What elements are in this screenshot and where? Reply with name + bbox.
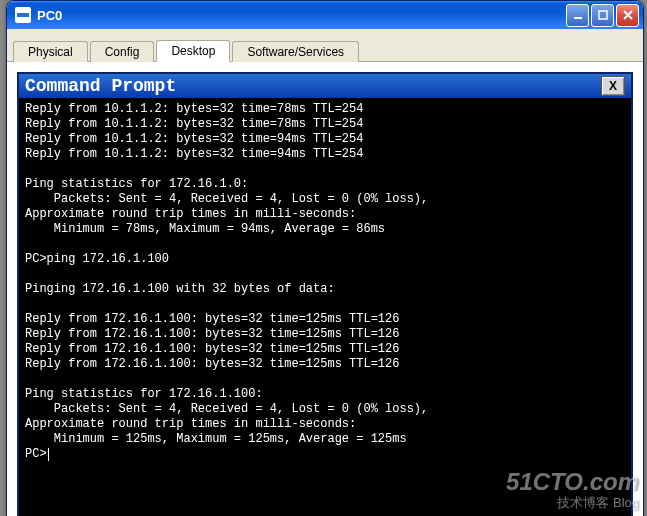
window-title: PC0 [37, 8, 566, 23]
tab-bar: Physical Config Desktop Software/Service… [7, 29, 643, 62]
command-prompt-close-button[interactable]: X [601, 76, 625, 96]
tab-software-services[interactable]: Software/Services [232, 41, 359, 62]
minimize-icon [572, 9, 584, 21]
close-button[interactable] [616, 4, 639, 27]
tab-config[interactable]: Config [90, 41, 155, 62]
close-icon [622, 9, 634, 21]
maximize-icon [597, 9, 609, 21]
command-prompt-title: Command Prompt [25, 76, 176, 96]
svg-rect-0 [574, 17, 582, 19]
tab-physical[interactable]: Physical [13, 41, 88, 62]
tab-desktop[interactable]: Desktop [156, 40, 230, 62]
svg-rect-1 [599, 11, 607, 19]
terminal-prompt: PC> [25, 447, 47, 461]
titlebar[interactable]: PC0 [7, 1, 643, 29]
terminal-output[interactable]: Reply from 10.1.1.2: bytes=32 time=78ms … [19, 98, 631, 516]
window-controls [566, 4, 639, 27]
minimize-button[interactable] [566, 4, 589, 27]
content-area: Command Prompt X Reply from 10.1.1.2: by… [7, 62, 643, 516]
app-icon [15, 7, 31, 23]
app-window: PC0 Physical Config Desktop Software/Ser… [6, 0, 644, 516]
terminal-text: Reply from 10.1.1.2: bytes=32 time=78ms … [25, 102, 428, 446]
command-prompt-window: Command Prompt X Reply from 10.1.1.2: by… [17, 72, 633, 516]
command-prompt-titlebar[interactable]: Command Prompt X [19, 74, 631, 98]
cursor-icon [48, 448, 49, 461]
maximize-button[interactable] [591, 4, 614, 27]
